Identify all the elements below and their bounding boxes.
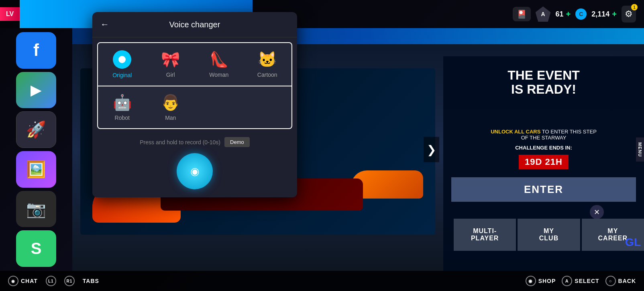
voice-option-man[interactable]: 👨 Man [147, 86, 195, 128]
woman-icon: 👠 [210, 51, 228, 68]
cartoon-label: Cartoon [257, 72, 277, 78]
voice-option-woman[interactable]: 👠 Woman [195, 43, 243, 86]
girl-icon: 🎀 [161, 51, 180, 68]
robot-label: Robot [115, 115, 130, 121]
cartoon-icon: 🐱 [258, 51, 277, 68]
voice-option-cartoon[interactable]: 🐱 Cartoon [243, 43, 292, 86]
record-hint-text: Press and hold to record (0-10s) [140, 139, 220, 146]
record-hint: Press and hold to record (0-10s) Demo [140, 137, 249, 147]
record-button[interactable]: ◉ [177, 153, 213, 189]
man-label: Man [165, 115, 176, 121]
robot-icon: 🤖 [113, 94, 132, 111]
voice-option-original[interactable]: Original [98, 43, 147, 86]
voice-options-grid-top: Original 🎀 Girl 👠 Woman 🐱 Cartoon [97, 42, 292, 86]
voice-options-grid-bottom: 🤖 Robot 👨 Man [97, 86, 292, 129]
voice-changer-modal: ← Voice changer Original 🎀 Girl 👠 Woman [92, 12, 297, 197]
voice-option-empty-2 [243, 86, 292, 128]
modal-overlay: ← Voice changer Original 🎀 Girl 👠 Woman [0, 0, 644, 291]
original-icon [113, 50, 131, 69]
modal-title: Voice changer [115, 20, 274, 29]
microphone-icon: ◉ [190, 165, 200, 178]
modal-back-button[interactable]: ← [100, 19, 109, 30]
woman-label: Woman [209, 72, 228, 78]
modal-header: ← Voice changer [92, 12, 297, 37]
demo-button[interactable]: Demo [224, 137, 250, 147]
man-icon: 👨 [161, 94, 180, 111]
voice-option-girl[interactable]: 🎀 Girl [147, 43, 195, 86]
record-area: Press and hold to record (0-10s) Demo ◉ [92, 129, 297, 197]
voice-option-robot[interactable]: 🤖 Robot [98, 86, 147, 128]
voice-option-empty-1 [195, 86, 243, 128]
back-arrow-icon: ← [100, 19, 109, 29]
original-label: Original [112, 72, 132, 78]
girl-label: Girl [166, 72, 175, 78]
demo-label: Demo [230, 139, 244, 145]
